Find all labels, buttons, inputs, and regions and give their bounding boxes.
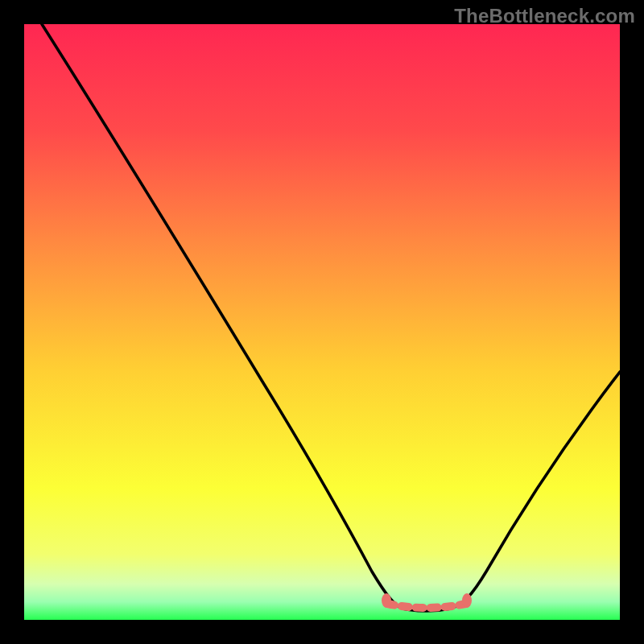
marker-left — [382, 593, 391, 608]
chart-svg — [24, 24, 620, 620]
gradient-background — [24, 24, 620, 620]
chart-frame: TheBottleneck.com — [0, 0, 644, 644]
marker-right — [462, 593, 472, 608]
watermark-text: TheBottleneck.com — [454, 5, 635, 27]
plot-area — [24, 24, 620, 620]
